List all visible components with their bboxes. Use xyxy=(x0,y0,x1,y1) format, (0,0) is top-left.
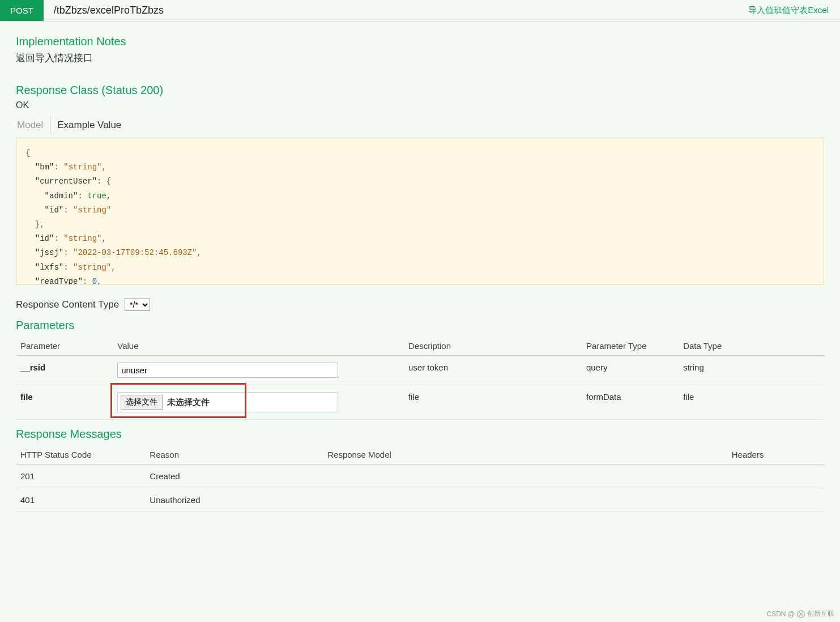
param-datatype: string xyxy=(679,356,824,385)
tab-example-value[interactable]: Example Value xyxy=(56,116,127,134)
code-key: "lxfs" xyxy=(35,263,63,272)
code-val: "string" xyxy=(73,263,111,272)
response-status-text: OK xyxy=(16,100,824,110)
resp-reason: Unauthorized xyxy=(145,488,323,512)
th-headers: Headers xyxy=(727,444,824,465)
code-key: "id" xyxy=(35,234,54,243)
resp-code: 401 xyxy=(16,488,145,512)
response-content-type-row: Response Content Type */* xyxy=(16,299,824,311)
tab-model[interactable]: Model xyxy=(16,116,50,134)
param-desc: file xyxy=(404,385,582,420)
param-value-cell xyxy=(113,356,404,385)
file-status-text: 未选择文件 xyxy=(167,397,210,408)
table-row: __rsid user token query string xyxy=(16,356,824,385)
table-row: file 选择文件 未选择文件 file formData file xyxy=(16,385,824,420)
example-value-code[interactable]: { "bm": "string", "currentUser": { "admi… xyxy=(16,138,824,285)
code-key: "currentUser" xyxy=(35,177,97,186)
th-value: Value xyxy=(113,335,404,356)
th-reason: Reason xyxy=(145,444,323,465)
response-tabs: Model Example Value xyxy=(16,116,824,134)
parameters-heading: Parameters xyxy=(16,319,824,332)
code-key: "admin" xyxy=(45,191,78,201)
param-value-cell: 选择文件 未选择文件 xyxy=(113,385,404,420)
code-val: "string" xyxy=(63,163,101,172)
code-val: true xyxy=(87,191,106,201)
th-parameter-type: Parameter Type xyxy=(582,335,679,356)
implementation-notes-heading: Implementation Notes xyxy=(16,35,824,48)
th-data-type: Data Type xyxy=(679,335,824,356)
code-key: "bm" xyxy=(35,163,54,172)
endpoint-path[interactable]: /tbZbzs/excelProTbZbzs xyxy=(44,5,748,16)
resp-reason: Created xyxy=(145,465,323,488)
code-key: "id" xyxy=(45,206,64,215)
param-type: formData xyxy=(582,385,679,420)
parameters-table: Parameter Value Description Parameter Ty… xyxy=(16,335,824,420)
http-method-badge: POST xyxy=(0,0,44,21)
th-parameter: Parameter xyxy=(16,335,113,356)
param-name: __rsid xyxy=(16,356,113,385)
choose-file-button[interactable]: 选择文件 xyxy=(121,395,163,410)
rsid-input[interactable] xyxy=(117,363,338,378)
table-row: 201 Created xyxy=(16,465,824,488)
resp-code: 201 xyxy=(16,465,145,488)
param-type: query xyxy=(582,356,679,385)
response-content-type-label: Response Content Type xyxy=(16,299,119,310)
code-line: }, xyxy=(35,220,45,229)
param-datatype: file xyxy=(679,385,824,420)
operation-body: Implementation Notes 返回导入情况接口 Response C… xyxy=(0,22,840,512)
response-messages-heading: Response Messages xyxy=(16,428,824,441)
response-class-heading: Response Class (Status 200) xyxy=(16,84,824,97)
code-val: 0 xyxy=(92,277,97,285)
param-name: file xyxy=(16,385,113,420)
th-status-code: HTTP Status Code xyxy=(16,444,145,465)
code-line: { xyxy=(25,148,30,157)
code-key: "readType" xyxy=(35,277,83,285)
code-key: "jssj" xyxy=(35,248,63,257)
code-val: "2022-03-17T09:52:45.693Z" xyxy=(73,248,197,257)
code-val: "string" xyxy=(63,234,101,243)
response-messages-table: HTTP Status Code Reason Response Model H… xyxy=(16,444,824,512)
implementation-notes-text: 返回导入情况接口 xyxy=(16,52,824,65)
code-val: "string" xyxy=(73,206,111,215)
operation-summary-link[interactable]: 导入值班值守表Excel xyxy=(748,5,840,16)
th-response-model: Response Model xyxy=(323,444,727,465)
response-content-type-select[interactable]: */* xyxy=(125,299,150,311)
file-input-wrapper: 选择文件 未选择文件 xyxy=(117,392,338,412)
th-description: Description xyxy=(404,335,582,356)
operation-header: POST /tbZbzs/excelProTbZbzs 导入值班值守表Excel xyxy=(0,0,840,22)
param-desc: user token xyxy=(404,356,582,385)
table-row: 401 Unauthorized xyxy=(16,488,824,512)
